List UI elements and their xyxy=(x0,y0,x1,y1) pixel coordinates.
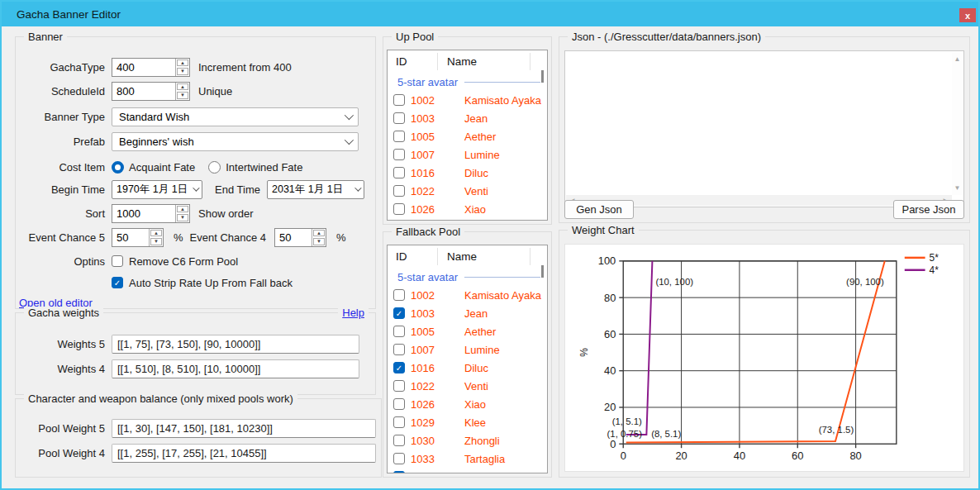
title-bar[interactable]: Gacha Banner Editor xyxy=(2,2,978,26)
event-chance-4-value[interactable]: 50 xyxy=(275,229,312,246)
intertwined-fate-radio[interactable] xyxy=(208,161,221,174)
remove-c6-checkbox[interactable] xyxy=(112,255,123,267)
pool-row[interactable]: ✓1035Qiqi xyxy=(388,468,547,473)
chevron-down-icon xyxy=(193,184,199,191)
gachatype-input[interactable]: 400 ▲▼ xyxy=(112,58,190,77)
scrollbar-thumb[interactable] xyxy=(541,70,544,83)
weights4-input[interactable]: [[1, 510], [8, 510], [10, 10000]] xyxy=(112,359,359,378)
row-checkbox[interactable]: ✓ xyxy=(393,307,405,319)
row-checkbox[interactable] xyxy=(393,380,405,392)
svg-text:60: 60 xyxy=(792,450,803,462)
spin-down-icon[interactable]: ▼ xyxy=(150,238,162,245)
spin-up-icon[interactable]: ▲ xyxy=(150,230,162,237)
pool-weight5-input[interactable]: [[1, 30], [147, 150], [181, 10230]] xyxy=(112,419,376,438)
row-checkbox[interactable] xyxy=(393,112,405,124)
scroll-up-icon[interactable]: ▲ xyxy=(952,55,963,63)
row-checkbox[interactable] xyxy=(393,453,405,464)
row-checkbox[interactable] xyxy=(393,289,405,301)
weights5-input[interactable]: [[1, 75], [73, 150], [90, 10000]] xyxy=(112,335,359,354)
json-textarea[interactable]: ▲ ▼ ◄ ► xyxy=(564,50,964,207)
json-group-title: Json - (./Gresscutter/data/banners.json) xyxy=(568,31,765,43)
event-chance-5-input[interactable]: 50 ▲▼ xyxy=(112,228,164,247)
spin-up-icon[interactable]: ▲ xyxy=(177,59,188,67)
pool-row[interactable]: 1005Aether xyxy=(388,127,547,145)
end-time-picker[interactable]: 2031年 1月 1日 xyxy=(267,180,364,199)
spin-down-icon[interactable]: ▼ xyxy=(177,214,188,221)
auto-strip-checkbox[interactable]: ✓ xyxy=(112,277,123,288)
spin-up-icon[interactable]: ▲ xyxy=(177,206,188,213)
spin-down-icon[interactable]: ▼ xyxy=(177,68,188,75)
pool-row[interactable]: ✓1003Jean xyxy=(388,304,547,322)
main-content: Banner GachaType 400 ▲▼ Increment from 4… xyxy=(2,26,978,488)
pool-row[interactable]: 1002Kamisato Ayaka xyxy=(388,91,547,109)
svg-text:(10, 100): (10, 100) xyxy=(655,277,693,287)
parse-json-button[interactable]: Parse Json xyxy=(893,200,964,219)
fallback-pool-list[interactable]: ID Name 5-star avatar1002Kamisato Ayaka✓… xyxy=(387,245,548,473)
pool-row[interactable]: 1022Venti xyxy=(388,377,547,395)
pool-row[interactable]: 1016Diluc xyxy=(388,164,547,182)
gacha-weights-title: Gacha weights xyxy=(24,307,103,319)
pool-row[interactable]: 1003Jean xyxy=(388,109,547,127)
sort-spinner[interactable]: ▲▼ xyxy=(175,205,189,222)
sort-value[interactable]: 1000 xyxy=(112,205,175,222)
pool-row[interactable]: 1026Xiao xyxy=(388,395,547,413)
spin-down-icon[interactable]: ▼ xyxy=(313,238,325,245)
weights5-value: [[1, 75], [73, 150], [90, 10000]] xyxy=(117,338,260,350)
row-checkbox[interactable]: ✓ xyxy=(393,471,405,473)
scrollbar-thumb[interactable] xyxy=(541,265,544,278)
vertical-scrollbar[interactable]: ▲ ▼ xyxy=(952,52,963,195)
row-checkbox[interactable] xyxy=(393,167,405,178)
event-chance-5-spinner[interactable]: ▲▼ xyxy=(149,229,163,246)
sort-input[interactable]: 1000 ▲▼ xyxy=(112,204,190,223)
pool-row[interactable]: 1022Venti xyxy=(388,182,547,200)
pool-row[interactable]: 1029Klee xyxy=(388,413,547,431)
event-chance-4-input[interactable]: 50 ▲▼ xyxy=(274,228,326,247)
pool-row[interactable]: 1033Tartaglia xyxy=(388,450,547,468)
row-checkbox[interactable] xyxy=(393,344,405,355)
scheduleid-value[interactable]: 800 xyxy=(112,83,175,100)
pool-row[interactable]: ✓1016Diluc xyxy=(388,359,547,377)
row-id: 1005 xyxy=(411,131,449,143)
pool-weight4-input[interactable]: [[1, 255], [17, 255], [21, 10455]] xyxy=(112,444,376,463)
scheduleid-input[interactable]: 800 ▲▼ xyxy=(112,82,190,101)
begin-time-picker[interactable]: 1970年 1月 1日 xyxy=(112,180,202,199)
row-checkbox[interactable] xyxy=(393,131,405,142)
up-pool-list[interactable]: ID Name 5-star avatar1002Kamisato Ayaka1… xyxy=(387,50,548,221)
weight-chart-title: Weight Chart xyxy=(568,224,639,236)
prefab-select[interactable]: Beginners' wish xyxy=(112,132,359,151)
row-checkbox[interactable] xyxy=(393,94,405,106)
pool-row[interactable]: 1007Lumine xyxy=(388,340,547,359)
banner-type-select[interactable]: Standard Wish xyxy=(112,107,359,126)
weight-chart: 020406080100020406080%(10, 100)(90, 100)… xyxy=(564,244,964,472)
row-checkbox[interactable] xyxy=(393,326,405,337)
row-checkbox[interactable] xyxy=(393,416,405,428)
spin-down-icon[interactable]: ▼ xyxy=(177,92,188,99)
spin-up-icon[interactable]: ▲ xyxy=(313,230,325,237)
pool-row[interactable]: 1002Kamisato Ayaka xyxy=(388,286,547,304)
event-chance-4-spinner[interactable]: ▲▼ xyxy=(312,229,326,246)
row-checkbox[interactable] xyxy=(393,185,405,197)
svg-text:20: 20 xyxy=(675,450,687,462)
acquaint-fate-radio[interactable] xyxy=(112,161,124,174)
pool-row[interactable]: 1007Lumine xyxy=(388,145,547,164)
event-chance-4-label: Event Chance 4 xyxy=(190,231,267,244)
gen-json-button[interactable]: Gen Json xyxy=(564,200,634,219)
row-checkbox[interactable] xyxy=(393,435,405,446)
scroll-down-icon[interactable]: ▼ xyxy=(952,184,963,192)
pool-row[interactable]: 1030Zhongli xyxy=(388,431,547,450)
pool-row[interactable]: 1026Xiao xyxy=(388,200,547,218)
intertwined-fate-label: Intertwined Fate xyxy=(226,161,302,174)
event-chance-5-value[interactable]: 50 xyxy=(112,229,149,246)
gachatype-spinner[interactable]: ▲▼ xyxy=(175,59,189,76)
help-link[interactable]: Help xyxy=(338,307,369,319)
row-checkbox[interactable] xyxy=(393,203,405,215)
row-checkbox[interactable] xyxy=(393,398,405,410)
close-button[interactable]: x xyxy=(959,8,976,22)
pool-row[interactable]: 1005Aether xyxy=(388,322,547,340)
spin-up-icon[interactable]: ▲ xyxy=(177,83,188,91)
scheduleid-spinner[interactable]: ▲▼ xyxy=(175,83,189,100)
weights4-value: [[1, 510], [8, 510], [10, 10000]] xyxy=(117,363,260,375)
gachatype-value[interactable]: 400 xyxy=(112,59,175,76)
row-checkbox[interactable]: ✓ xyxy=(393,362,405,373)
row-checkbox[interactable] xyxy=(393,149,405,160)
